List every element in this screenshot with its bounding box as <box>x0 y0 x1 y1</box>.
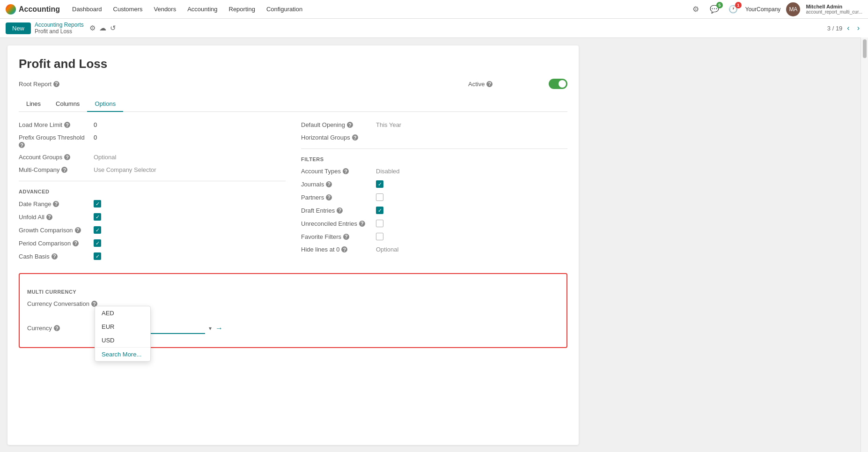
nav-accounting[interactable]: Accounting <box>183 4 222 15</box>
cash-basis-checkbox[interactable] <box>94 252 101 260</box>
unfold-all-checkbox[interactable] <box>94 213 101 221</box>
search-more-item[interactable]: Search More... <box>95 347 150 361</box>
partners-checkbox[interactable] <box>376 193 383 201</box>
prefix-groups-label: Prefix Groups Threshold ? <box>19 134 94 148</box>
currency-dropdown-arrow[interactable]: ▾ <box>209 325 212 332</box>
nav-vendors[interactable]: Vendors <box>149 4 181 15</box>
nav-customers[interactable]: Customers <box>109 4 147 15</box>
dropdown-item-eur[interactable]: EUR <box>95 320 150 333</box>
nav-configuration[interactable]: Configuration <box>262 4 307 15</box>
currency-external-link[interactable]: → <box>215 324 223 333</box>
brand[interactable]: Accounting <box>6 4 60 15</box>
hide-lines-help[interactable]: ? <box>341 246 347 252</box>
user-avatar[interactable]: MA <box>786 2 800 16</box>
active-label: Active ? <box>468 81 543 88</box>
dropdown-item-usd[interactable]: USD <box>95 333 150 347</box>
active-toggle[interactable] <box>549 79 567 89</box>
prefix-groups-row: Prefix Groups Threshold ? 0 <box>19 134 286 148</box>
chat-icon[interactable]: 💬 5 <box>708 3 721 16</box>
horizontal-groups-label: Horizontal Groups ? <box>301 134 376 141</box>
tab-lines[interactable]: Lines <box>19 96 48 112</box>
cash-basis-help[interactable]: ? <box>51 253 58 259</box>
tab-columns[interactable]: Columns <box>48 96 87 112</box>
load-more-limit-row: Load More Limit ? 0 <box>19 121 286 128</box>
default-opening-help[interactable]: ? <box>347 122 353 128</box>
form-right: Default Opening ? This Year Horizontal G… <box>293 121 567 266</box>
unfold-all-help[interactable]: ? <box>46 214 52 220</box>
advanced-title: ADVANCED <box>19 189 286 194</box>
pagination-text: 3 / 19 <box>827 25 843 32</box>
partners-help[interactable]: ? <box>326 194 332 200</box>
date-range-checkbox[interactable] <box>94 200 101 207</box>
default-opening-row: Default Opening ? This Year <box>301 121 567 128</box>
user-name: Mitchell Admin <box>806 4 862 9</box>
breadcrumb: Accounting Reports Profit and Loss <box>35 22 84 35</box>
cloud-icon[interactable]: ☁ <box>99 24 106 32</box>
multi-currency-title: MULTI CURRENCY <box>27 289 559 295</box>
date-range-row: Date Range ? <box>19 200 286 207</box>
journals-checkbox[interactable] <box>376 180 383 188</box>
root-report-label: Root Report ? <box>19 81 94 88</box>
nav-dashboard[interactable]: Dashboard <box>67 4 107 15</box>
multi-currency-section: MULTI CURRENCY Currency Conversation ? A… <box>19 273 567 348</box>
form-left: Load More Limit ? 0 Prefix Groups Thresh… <box>19 121 293 266</box>
journals-help[interactable]: ? <box>326 181 332 187</box>
period-comparison-checkbox[interactable] <box>94 239 101 247</box>
horizontal-groups-help[interactable]: ? <box>352 134 358 141</box>
draft-entries-help[interactable]: ? <box>337 207 343 214</box>
period-comparison-help[interactable]: ? <box>73 240 79 246</box>
tab-options[interactable]: Options <box>87 96 123 112</box>
account-types-row: Account Types ? Disabled <box>301 168 567 175</box>
prefix-groups-value: 0 <box>94 134 97 141</box>
currency-conversation-row: Currency Conversation ? AED EUR USD Sear… <box>27 300 559 307</box>
nav-reporting[interactable]: Reporting <box>224 4 260 15</box>
scrollbar[interactable] <box>861 37 868 452</box>
active-help[interactable]: ? <box>486 81 493 87</box>
dropdown-item-aed[interactable]: AED <box>95 306 150 320</box>
root-report-help[interactable]: ? <box>53 81 59 87</box>
period-comparison-label: Period Comparison ? <box>19 240 94 247</box>
main-container: Profit and Loss Root Report ? Active ? L… <box>0 38 868 452</box>
favorite-filters-row: Favorite Filters ? <box>301 233 567 240</box>
pagination: 3 / 19 ‹ › <box>827 23 862 33</box>
activity-badge: 1 <box>735 2 742 8</box>
toolbar-actions: ⚙ ☁ ↺ <box>89 24 116 32</box>
default-opening-value: This Year <box>376 121 401 128</box>
growth-comparison-checkbox[interactable] <box>94 226 101 234</box>
chat-badge: 5 <box>716 2 723 8</box>
unreconciled-entries-help[interactable]: ? <box>359 221 365 227</box>
growth-comparison-row: Growth Comparison ? <box>19 226 286 234</box>
account-types-label: Account Types ? <box>301 168 376 175</box>
next-page-button[interactable]: › <box>854 23 862 33</box>
date-range-label: Date Range ? <box>19 200 94 207</box>
favorite-filters-checkbox[interactable] <box>376 233 383 240</box>
load-more-limit-help[interactable]: ? <box>64 122 70 128</box>
unfold-all-row: Unfold All ? <box>19 213 286 221</box>
breadcrumb-parent[interactable]: Accounting Reports <box>35 22 84 28</box>
hide-lines-row: Hide lines at 0 ? Optional <box>301 246 567 253</box>
currency-help[interactable]: ? <box>54 325 60 331</box>
page-title: Profit and Loss <box>19 57 567 71</box>
active-row: Active ? <box>468 79 567 89</box>
favorite-filters-label: Favorite Filters ? <box>301 233 376 240</box>
journals-label: Journals ? <box>301 181 376 188</box>
prefix-groups-help[interactable]: ? <box>19 142 25 148</box>
account-types-help[interactable]: ? <box>343 168 349 174</box>
account-groups-row: Account Groups ? Optional <box>19 154 286 161</box>
growth-comparison-help[interactable]: ? <box>75 227 81 233</box>
root-report-row: Root Report ? <box>19 81 94 88</box>
activity-icon[interactable]: 🕐 1 <box>727 3 740 16</box>
gear-icon[interactable]: ⚙ <box>89 24 96 32</box>
date-range-help[interactable]: ? <box>53 201 59 207</box>
refresh-icon[interactable]: ↺ <box>110 24 116 32</box>
draft-entries-checkbox[interactable] <box>376 207 383 214</box>
new-button[interactable]: New <box>6 22 31 34</box>
multi-company-help[interactable]: ? <box>61 167 67 173</box>
prev-page-button[interactable]: ‹ <box>844 23 852 33</box>
account-groups-help[interactable]: ? <box>64 154 70 160</box>
settings-icon[interactable]: ⚙ <box>689 3 702 16</box>
default-opening-label: Default Opening ? <box>301 121 376 128</box>
favorite-filters-help[interactable]: ? <box>343 234 349 240</box>
multi-company-label: Multi-Company ? <box>19 166 94 173</box>
unreconciled-entries-checkbox[interactable] <box>376 220 383 227</box>
